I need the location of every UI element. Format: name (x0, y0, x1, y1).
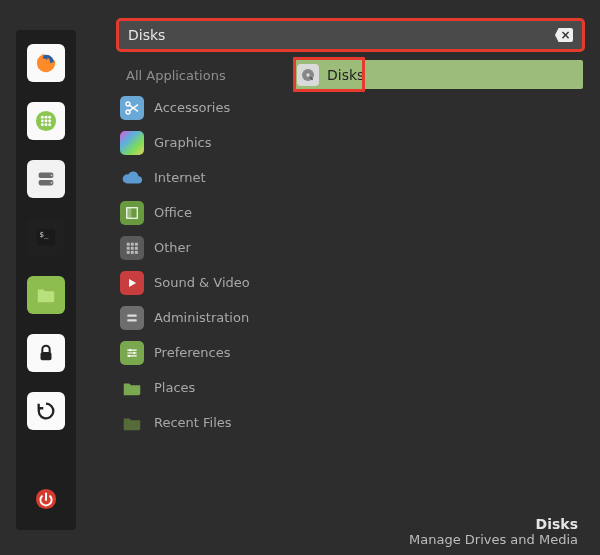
dock-item-lock[interactable] (27, 334, 65, 372)
category-graphics[interactable]: Graphics (120, 125, 280, 160)
category-header-label: All Applications (126, 68, 226, 83)
category-sound-video[interactable]: Sound & Video (120, 265, 280, 300)
category-label: Graphics (154, 135, 211, 150)
category-label: Administration (154, 310, 249, 325)
app-description-footer: Disks Manage Drives and Media (409, 516, 578, 547)
svg-rect-33 (127, 319, 136, 321)
dock-item-terminal[interactable]: $_ (27, 218, 65, 256)
firefox-icon (35, 52, 57, 74)
folder-icon (120, 376, 144, 400)
svg-point-9 (45, 123, 48, 126)
svg-point-36 (128, 354, 130, 356)
dock-item-apps-grid[interactable] (27, 102, 65, 140)
svg-rect-24 (131, 242, 134, 245)
svg-rect-29 (127, 250, 130, 253)
category-office[interactable]: Office (120, 195, 280, 230)
play-icon (120, 271, 144, 295)
svg-rect-28 (135, 246, 138, 249)
search-query-text: Disks (128, 27, 165, 43)
svg-rect-31 (135, 250, 138, 253)
svg-rect-32 (127, 314, 136, 316)
dock-item-files[interactable] (27, 276, 65, 314)
preferences-icon (120, 341, 144, 365)
svg-rect-17 (41, 352, 52, 360)
favorites-dock: $_ (16, 30, 76, 530)
svg-point-3 (45, 116, 48, 119)
scissors-icon (120, 96, 144, 120)
svg-point-2 (41, 116, 44, 119)
svg-point-8 (41, 123, 44, 126)
lock-icon (35, 342, 57, 364)
dock-item-power[interactable] (27, 480, 65, 518)
folder-dark-icon (120, 411, 144, 435)
disks-app-icon (297, 64, 319, 86)
category-label: Recent Files (154, 415, 232, 430)
category-label: Places (154, 380, 195, 395)
category-label: Internet (154, 170, 206, 185)
svg-rect-22 (127, 207, 132, 218)
footer-subtitle: Manage Drives and Media (409, 532, 578, 547)
svg-point-5 (41, 120, 44, 123)
svg-point-20 (126, 110, 130, 114)
svg-rect-23 (127, 242, 130, 245)
svg-point-19 (126, 102, 130, 106)
cloud-icon (120, 166, 144, 190)
grid-icon (120, 236, 144, 260)
svg-point-4 (48, 116, 51, 119)
disks-icon (35, 168, 57, 190)
category-label: Preferences (154, 345, 230, 360)
folder-icon (35, 284, 57, 306)
category-recent-files[interactable]: Recent Files (120, 405, 280, 440)
category-label: Other (154, 240, 191, 255)
categories-list: All Applications Accessories Graphics In… (120, 60, 280, 440)
power-icon (35, 488, 57, 510)
category-preferences[interactable]: Preferences (120, 335, 280, 370)
svg-point-35 (133, 351, 135, 353)
svg-point-6 (45, 120, 48, 123)
svg-rect-30 (131, 250, 134, 253)
terminal-icon: $_ (35, 226, 57, 248)
search-result-label: Disks (327, 67, 364, 83)
svg-rect-25 (135, 242, 138, 245)
svg-point-10 (48, 123, 51, 126)
clear-search-icon[interactable] (555, 28, 573, 42)
category-label: Sound & Video (154, 275, 250, 290)
svg-point-34 (129, 348, 131, 350)
category-places[interactable]: Places (120, 370, 280, 405)
dock-item-firefox[interactable] (27, 44, 65, 82)
svg-point-7 (48, 120, 51, 123)
svg-rect-26 (127, 246, 130, 249)
search-input[interactable]: Disks (118, 20, 583, 50)
category-administration[interactable]: Administration (120, 300, 280, 335)
apps-grid-icon (35, 110, 57, 132)
dock-item-updates[interactable] (27, 392, 65, 430)
category-accessories[interactable]: Accessories (120, 90, 280, 125)
graphics-icon (120, 131, 144, 155)
category-label: Office (154, 205, 192, 220)
svg-rect-27 (131, 246, 134, 249)
refresh-icon (35, 400, 57, 422)
admin-icon (120, 306, 144, 330)
svg-point-13 (51, 174, 53, 176)
office-icon (120, 201, 144, 225)
svg-point-14 (51, 182, 53, 184)
svg-point-38 (306, 73, 309, 76)
category-all-applications[interactable]: All Applications (120, 60, 280, 90)
footer-title: Disks (409, 516, 578, 532)
svg-text:$_: $_ (40, 230, 49, 239)
search-result-disks[interactable]: Disks (293, 60, 583, 89)
category-other[interactable]: Other (120, 230, 280, 265)
category-internet[interactable]: Internet (120, 160, 280, 195)
dock-item-disks-utility[interactable] (27, 160, 65, 198)
category-label: Accessories (154, 100, 230, 115)
